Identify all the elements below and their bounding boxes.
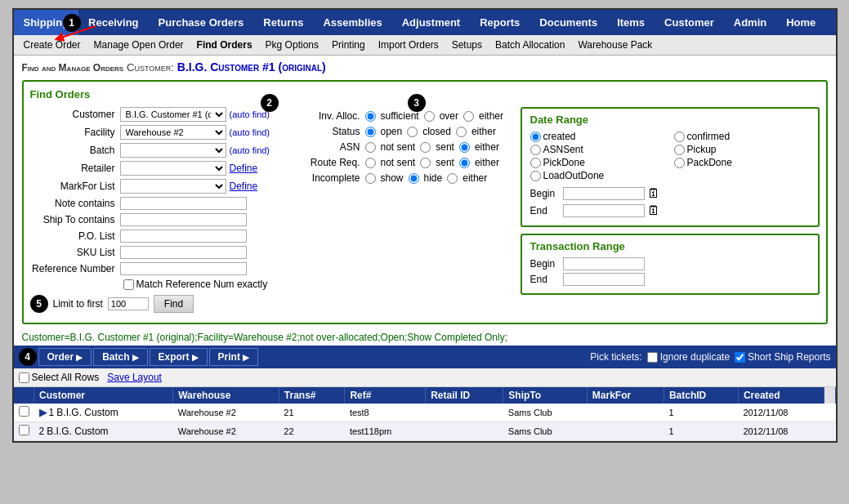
route-not-sent[interactable]: not sent <box>365 157 416 168</box>
subnav-pkg-options[interactable]: Pkg Options <box>259 37 325 53</box>
incomplete-hide[interactable]: hide <box>409 172 443 184</box>
reference-number-input[interactable] <box>120 262 247 275</box>
subnav-setups[interactable]: Setups <box>445 37 489 53</box>
limit-row: 5 Limit to first Find <box>30 292 292 316</box>
nav-home[interactable]: Home <box>776 10 825 35</box>
select-all-label[interactable]: Select All Rows <box>19 372 100 383</box>
status-label: Status <box>300 126 365 137</box>
batch-button[interactable]: Batch ▶ <box>93 348 147 366</box>
subnav-batch-allocation[interactable]: Batch Allocation <box>489 37 571 53</box>
status-closed[interactable]: closed <box>407 126 451 137</box>
inv-alloc-either[interactable]: either <box>463 110 503 122</box>
facility-auto-find: (auto find) <box>230 127 270 137</box>
nav-assemblies[interactable]: Assemblies <box>313 10 391 35</box>
th-ref[interactable]: Ref# <box>345 387 426 404</box>
subnav-find-orders[interactable]: Find Orders <box>190 37 259 53</box>
date-begin-input[interactable] <box>563 187 645 200</box>
nav-reports[interactable]: Reports <box>470 10 530 35</box>
date-confirmed-radio[interactable]: confirmed <box>674 131 810 142</box>
asn-not-sent[interactable]: not sent <box>365 141 416 153</box>
row1-created: 2012/11/08 <box>738 404 824 422</box>
batch-select[interactable] <box>120 143 226 158</box>
th-trans[interactable]: Trans# <box>279 387 345 404</box>
inv-alloc-sufficient[interactable]: sufficient <box>365 110 419 122</box>
subnav-printing[interactable]: Printing <box>325 37 372 53</box>
table-row[interactable]: 2 B.I.G. Custom Warehouse #2 22 test118p… <box>14 422 836 441</box>
incomplete-either[interactable]: either <box>447 172 487 184</box>
calendar-end-icon[interactable]: 🗓 <box>647 203 660 218</box>
ignore-duplicate-checkbox[interactable] <box>647 352 658 363</box>
nav-receiving[interactable]: Receiving <box>78 10 148 35</box>
date-loadoutdone-radio[interactable]: LoadOutDone <box>530 170 810 181</box>
sku-list-input[interactable] <box>120 246 247 259</box>
nav-admin[interactable]: Admin <box>724 10 776 35</box>
row2-trans: 22 <box>279 422 345 441</box>
select-all-checkbox[interactable] <box>19 372 29 383</box>
asn-either[interactable]: either <box>459 141 499 153</box>
nav-returns[interactable]: Returns <box>253 10 313 35</box>
asn-sent[interactable]: sent <box>420 141 454 153</box>
date-pickdone-radio[interactable]: PickDone <box>530 157 666 168</box>
match-ref-checkbox[interactable] <box>123 279 134 290</box>
trans-begin-input[interactable] <box>563 257 645 270</box>
th-retail-id[interactable]: Retail ID <box>426 387 503 404</box>
reference-number-label: Reference Number <box>30 263 120 274</box>
trans-end-input[interactable] <box>563 273 645 286</box>
th-batchid[interactable]: BatchID <box>664 387 738 404</box>
annotation-badge-4: 4 <box>19 348 37 366</box>
route-either[interactable]: either <box>459 157 499 168</box>
facility-select[interactable]: Warehouse #2 <box>120 125 226 140</box>
row2-select[interactable] <box>14 422 34 441</box>
subnav-warehouse-pack[interactable]: Warehouse Pack <box>571 37 659 53</box>
nav-items[interactable]: Items <box>607 10 655 35</box>
po-list-input[interactable] <box>120 230 247 243</box>
ship-to-input[interactable] <box>120 213 247 226</box>
table-row[interactable]: ▶ 1 B.I.G. Custom Warehouse #2 21 test8 … <box>14 404 836 422</box>
export-button[interactable]: Export ▶ <box>150 348 208 366</box>
date-asnsent-radio[interactable]: ASNSent <box>530 144 666 155</box>
status-open[interactable]: open <box>365 126 403 137</box>
th-created[interactable]: Created <box>738 387 824 404</box>
date-created-radio[interactable]: created <box>530 131 666 142</box>
subnav-import-orders[interactable]: Import Orders <box>372 37 445 53</box>
markfor-select[interactable] <box>120 179 226 194</box>
incomplete-show[interactable]: show <box>365 172 404 184</box>
nav-shipping[interactable]: Shipping <box>14 10 79 35</box>
inv-alloc-over[interactable]: over <box>424 110 458 122</box>
define-retailer-link[interactable]: Define <box>230 163 258 174</box>
ignore-duplicate-label[interactable]: Ignore duplicate <box>647 351 730 363</box>
limit-input[interactable] <box>108 297 149 310</box>
nav-customer[interactable]: Customer <box>655 10 724 35</box>
calendar-begin-icon[interactable]: 🗓 <box>647 186 660 201</box>
date-pickup-radio[interactable]: Pickup <box>674 144 810 155</box>
sku-list-label: SKU List <box>30 247 120 258</box>
th-warehouse[interactable]: Warehouse <box>173 387 279 404</box>
customer-select[interactable]: B.I.G. Customer #1 (origi <box>120 107 226 122</box>
match-ref-label[interactable]: Match Reference Num exactly <box>123 279 268 290</box>
short-ship-checkbox[interactable] <box>735 352 745 363</box>
th-shipto[interactable]: ShipTo <box>503 387 588 404</box>
th-markfor[interactable]: MarkFor <box>587 387 664 404</box>
find-button[interactable]: Find <box>154 295 194 313</box>
row1-select[interactable] <box>14 404 34 422</box>
date-end-input[interactable] <box>563 204 645 217</box>
nav-documents[interactable]: Documents <box>530 10 607 35</box>
row1-shipto: Sams Club <box>503 404 588 422</box>
results-table: Customer Warehouse Trans# Ref# Retail ID… <box>14 387 836 441</box>
save-layout-link[interactable]: Save Layout <box>107 372 162 383</box>
nav-adjustment[interactable]: Adjustment <box>392 10 471 35</box>
short-ship-label[interactable]: Short Ship Reports <box>735 351 830 363</box>
print-button[interactable]: Print ▶ <box>209 348 258 366</box>
nav-purchase-orders[interactable]: Purchase Orders <box>149 10 254 35</box>
note-contains-input[interactable] <box>120 197 247 210</box>
date-packdone-radio[interactable]: PackDone <box>674 157 810 168</box>
retailer-select[interactable] <box>120 161 226 176</box>
define-markfor-link[interactable]: Define <box>230 181 258 192</box>
order-button[interactable]: Order ▶ <box>38 348 92 366</box>
route-sent[interactable]: sent <box>420 157 454 168</box>
action-bar: 4 Order ▶ Batch ▶ Export ▶ Print ▶ Pick … <box>14 346 836 368</box>
subnav-manage-open-order[interactable]: Manage Open Order <box>87 37 190 53</box>
subnav-create-order[interactable]: Create Order <box>17 37 87 53</box>
th-customer[interactable]: Customer <box>34 387 173 404</box>
status-either[interactable]: either <box>456 126 496 137</box>
